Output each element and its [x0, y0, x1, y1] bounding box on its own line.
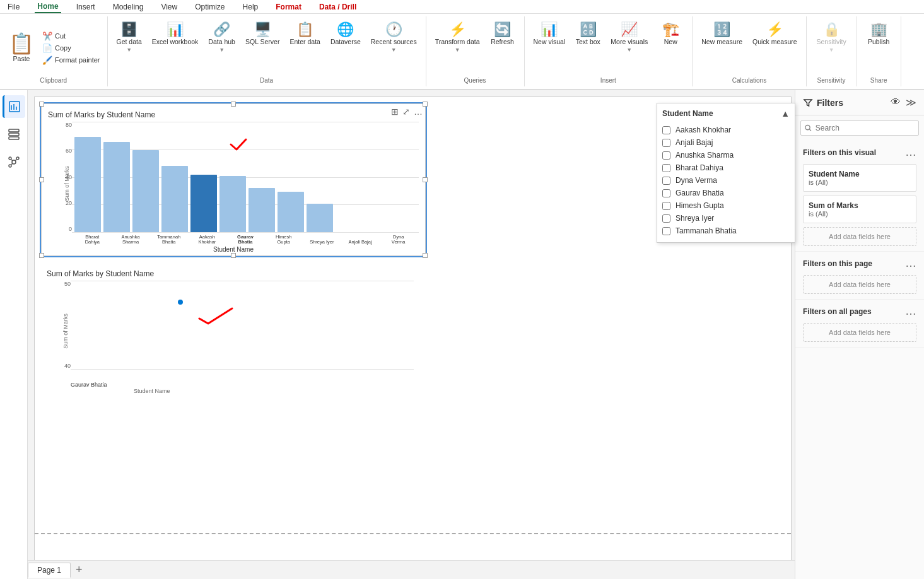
search-input[interactable]: [816, 124, 915, 132]
new-measure-icon: 🔢: [713, 23, 730, 37]
copy-button[interactable]: 📄 Copy: [40, 43, 102, 54]
bar-aakash[interactable]: [161, 166, 188, 232]
menu-datadrill[interactable]: Data / Drill: [317, 1, 359, 13]
add-page-button[interactable]: +: [71, 563, 88, 576]
text-box-button[interactable]: 🔠 Text box: [571, 19, 604, 49]
bar-shreya[interactable]: [249, 188, 275, 232]
refresh-button[interactable]: 🔄 Refresh: [486, 19, 519, 49]
refresh-icon: 🔄: [494, 23, 511, 37]
dataverse-button[interactable]: 🌐 Dataverse: [327, 19, 365, 49]
new-measure-button[interactable]: 🔢 New measure: [698, 19, 746, 49]
focus-icon[interactable]: ⤢: [402, 107, 410, 117]
menu-modeling[interactable]: Modeling: [110, 1, 146, 13]
menu-format[interactable]: Format: [273, 1, 304, 13]
publish-icon: 🏢: [870, 23, 887, 37]
filter-student-sub: is (All): [809, 178, 911, 186]
bar-gaurav[interactable]: [190, 175, 217, 232]
add-fields-visual[interactable]: Add data fields here: [803, 227, 916, 246]
more-options-icon[interactable]: …: [414, 107, 423, 117]
bar-himesh[interactable]: [219, 176, 246, 232]
enter-data-button[interactable]: 📋 Enter data: [286, 19, 324, 49]
resize-sw[interactable]: [39, 253, 44, 258]
calculations-label: Calculations: [732, 77, 766, 84]
filter-item-tammanah-bhatia[interactable]: Tammanah Bhatia: [662, 225, 790, 237]
menu-optimize[interactable]: Optimize: [192, 1, 227, 13]
svg-point-9: [16, 157, 19, 160]
add-fields-all[interactable]: Add data fields here: [803, 323, 916, 342]
bar-anushka[interactable]: [103, 142, 130, 232]
filters-all-more[interactable]: …: [905, 305, 916, 318]
filter-card-student[interactable]: Student Name is (All): [803, 164, 916, 192]
bar-dyna[interactable]: [307, 204, 333, 232]
bar-tammanah[interactable]: [132, 150, 159, 232]
filters-page-more[interactable]: …: [905, 257, 916, 270]
get-data-button[interactable]: 🗄️ Get data ▼: [113, 19, 146, 57]
filter-item-aakash-khokhar[interactable]: Aakash Khokhar: [662, 124, 790, 136]
chart1-x-labels: BharatDahiya AnushkaSharma TammanahBhati…: [72, 232, 419, 245]
more-visuals-button[interactable]: 📈 More visuals ▼: [607, 19, 652, 57]
filter-title: Student Name: [662, 109, 713, 118]
filter-icon[interactable]: ⊞: [391, 107, 399, 117]
cut-icon: ✂️: [42, 32, 52, 41]
bar-anjali[interactable]: [278, 192, 304, 232]
resize-nw[interactable]: [39, 102, 44, 107]
filter-expand-icon[interactable]: ≫: [906, 96, 916, 108]
insert-group-label: Insert: [600, 77, 616, 84]
sensitivity-icon: 🔒: [823, 23, 840, 37]
menu-insert[interactable]: Insert: [74, 1, 98, 13]
chart2-container: Sum of Marks by Student Name Sum of Mark…: [41, 264, 419, 402]
excel-button[interactable]: 📊 Excel workbook: [148, 19, 202, 49]
sql-button[interactable]: 🖥️ SQL Server: [242, 19, 283, 49]
sidebar-model-icon[interactable]: [3, 151, 25, 173]
sidebar-data-icon[interactable]: [3, 123, 25, 146]
filter-item-himesh-gupta[interactable]: Himesh Gupta: [662, 199, 790, 212]
menu-file[interactable]: File: [5, 1, 22, 13]
filter-item-gaurav-bhatia[interactable]: Gaurav Bhatia: [662, 187, 790, 199]
data-group: 🗄️ Get data ▼ 📊 Excel workbook 🔗 Data hu…: [108, 16, 426, 86]
menu-view[interactable]: View: [158, 1, 180, 13]
sensitivity-group: 🔒 Sensitivity ▼ Sensitivity: [807, 16, 857, 86]
filters-visual-more[interactable]: …: [905, 146, 916, 159]
bar-chart-container[interactable]: ⊞ ⤢ … Sum of Marks by Student Name Sum o…: [41, 103, 426, 256]
new-button[interactable]: 🏗️ New: [654, 19, 687, 49]
more-visuals-icon: 📈: [621, 23, 638, 37]
transform-data-button[interactable]: ⚡ Transform data ▼: [431, 19, 484, 57]
filters-visual-title: Filters on this visual: [803, 148, 876, 157]
filter-collapse-icon[interactable]: ▲: [781, 108, 790, 119]
menu-home[interactable]: Home: [35, 1, 61, 13]
resize-n[interactable]: [231, 102, 236, 107]
resize-w[interactable]: [39, 177, 44, 182]
clipboard-label: Clipboard: [40, 77, 67, 84]
new-visual-button[interactable]: 📊 New visual: [530, 19, 570, 49]
filter-eye-icon[interactable]: 👁: [891, 96, 901, 108]
resize-e[interactable]: [423, 177, 428, 182]
format-painter-button[interactable]: 🖌️ Format painter: [40, 55, 102, 66]
right-filter-panel: Filters 👁 ≫ Filters on this visual … Stu…: [795, 90, 924, 579]
menu-help[interactable]: Help: [240, 1, 261, 13]
menu-bar: File Home Insert Modeling View Optimize …: [0, 0, 924, 14]
bar-bharat[interactable]: [74, 137, 101, 232]
filter-item-anjali-bajaj[interactable]: Anjali Bajaj: [662, 136, 790, 149]
filter-item-shreya-iyer[interactable]: Shreya Iyer: [662, 212, 790, 225]
sidebar-report-icon[interactable]: [3, 95, 25, 118]
filter-item-anushka-sharma[interactable]: Anushka Sharma: [662, 149, 790, 161]
chart1-title: Sum of Marks by Student Name: [48, 110, 419, 119]
sensitivity-button[interactable]: 🔒 Sensitivity ▼: [812, 19, 850, 57]
filter-marks-sub: is (All): [809, 210, 911, 218]
paste-button[interactable]: 📋 Paste: [5, 30, 38, 66]
publish-button[interactable]: 🏢 Publish: [862, 19, 895, 49]
recent-sources-button[interactable]: 🕐 Recent sources ▼: [367, 19, 421, 57]
cut-button[interactable]: ✂️ Cut: [40, 31, 102, 42]
resize-s[interactable]: [231, 253, 236, 258]
filter-item-dyna-verma[interactable]: Dyna Verma: [662, 174, 790, 187]
filter-card-marks[interactable]: Sum of Marks is (All): [803, 196, 916, 223]
dataverse-icon: 🌐: [337, 23, 354, 37]
filter-header: Student Name ▲: [662, 108, 790, 119]
data-hub-button[interactable]: 🔗 Data hub ▼: [204, 19, 239, 57]
filter-item-bharat-dahiya[interactable]: Bharat Dahiya: [662, 161, 790, 174]
quick-measure-button[interactable]: ⚡ Quick measure: [749, 19, 801, 49]
tab-page1[interactable]: Page 1: [28, 563, 71, 578]
resize-se[interactable]: [423, 253, 428, 258]
resize-ne[interactable]: [423, 102, 428, 107]
add-fields-page[interactable]: Add data fields here: [803, 275, 916, 294]
